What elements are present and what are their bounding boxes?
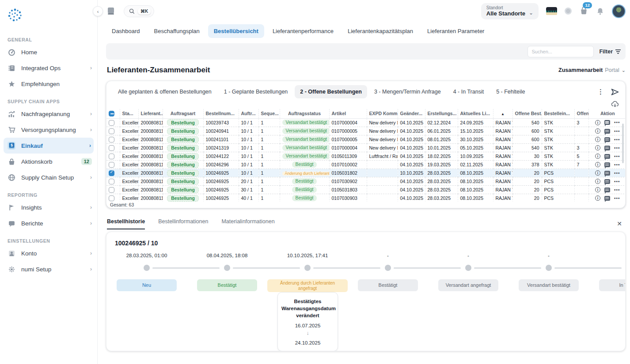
portal-selector[interactable]: Zusammenarbeit Portal ⌄ (558, 67, 626, 73)
subtab-2[interactable]: 2 - Offene Bestellungen (295, 85, 367, 98)
table-row[interactable]: Excellent200080811Bestellung10024692510 … (106, 169, 625, 177)
sidebar-item-nachfrageplanung[interactable]: Nachfrageplanung› (0, 106, 97, 122)
info-icon[interactable]: i (595, 137, 600, 142)
row-more-icon[interactable]: ••• (614, 179, 620, 184)
info-icon[interactable]: i (595, 170, 600, 176)
table-row[interactable]: Excellent200080811Bestellung10024629610 … (106, 161, 625, 169)
filter-button[interactable]: Filter (599, 49, 621, 55)
table-row[interactable]: Excellent200080811Bestellung10024692540 … (106, 194, 625, 202)
timeline-status-badge[interactable]: In Transit (599, 279, 626, 291)
row-more-icon[interactable]: ••• (614, 154, 620, 159)
column-header-sel[interactable] (106, 109, 120, 118)
timeline-status-badge[interactable]: Bestätigt (197, 279, 257, 291)
coin-icon[interactable] (565, 8, 572, 15)
column-header-status[interactable]: Sta... (120, 109, 138, 118)
row-checkbox[interactable] (109, 187, 114, 193)
column-header-auftragsart[interactable]: Auftragsart (163, 109, 203, 118)
column-header-expd[interactable]: EXPD Komm... (367, 109, 398, 118)
global-search[interactable]: ⌘K (124, 5, 154, 17)
row-checkbox[interactable] (109, 195, 114, 201)
info-icon[interactable]: i (595, 145, 600, 150)
column-header-auftragsstatus[interactable]: Auftragsstatus (280, 109, 329, 118)
column-header-einheit[interactable]: Bestellein... (542, 109, 574, 118)
tab-beschaffungsplan[interactable]: Beschaffungsplan (148, 24, 205, 38)
row-more-icon[interactable]: ••• (614, 196, 620, 201)
comment-icon[interactable] (604, 171, 610, 176)
location-selector[interactable]: Standort Alle Standorte ⌄ (481, 3, 539, 19)
comment-icon[interactable] (604, 196, 610, 201)
sidebar-item-integrated-ops[interactable]: Integrated Ops› (0, 60, 97, 76)
info-icon[interactable]: i (595, 187, 600, 192)
table-row[interactable]: Excellent200080811Bestellung10024412210 … (106, 152, 625, 161)
close-icon[interactable]: ✕ (617, 220, 625, 227)
detail-tab-bestellhistorie[interactable]: Bestellhistorie (107, 218, 145, 229)
row-checkbox[interactable] (109, 145, 114, 151)
language-flag-icon[interactable] (546, 7, 557, 15)
timeline-status-badge[interactable]: Versandart bestätigt (519, 279, 579, 291)
row-more-icon[interactable]: ••• (614, 137, 620, 142)
detail-tab-materialinformationen[interactable]: Materialinformationen (221, 218, 274, 229)
info-icon[interactable]: i (595, 120, 600, 125)
row-checkbox[interactable] (109, 137, 114, 143)
table-row[interactable]: Excellent200080811Bestellung10024131910 … (106, 144, 625, 152)
timeline-status-badge[interactable]: Versandart angefragt (438, 279, 498, 291)
tab-lieferanten-parameter[interactable]: Lieferanten Parameter (421, 24, 490, 38)
column-header-erstellung[interactable]: Erstellungs... (425, 109, 458, 118)
table-scrollbar[interactable] (622, 124, 624, 163)
timeline-status-badge[interactable]: Bestätigt (358, 279, 418, 291)
table-row[interactable]: Excellent200080811Bestellung10024692530 … (106, 186, 625, 194)
comment-icon[interactable] (604, 188, 610, 192)
row-checkbox[interactable] (109, 170, 114, 176)
subtab-4[interactable]: 4 - In Transit (448, 85, 489, 98)
table-row[interactable]: Excellent200080811Bestellung10024110110 … (106, 135, 625, 144)
sidebar-item-versorgungsplanung[interactable]: Versorgungsplanung› (0, 122, 97, 138)
action-basket-button[interactable]: 12 (579, 6, 588, 17)
column-header-offene[interactable]: Offene (574, 109, 588, 118)
sidebar-collapse-button[interactable]: ‹ (93, 6, 103, 16)
row-more-icon[interactable]: ••• (614, 120, 620, 125)
row-more-icon[interactable]: ••• (614, 188, 620, 192)
detail-tab-bestellinformationen[interactable]: Bestellinformationen (158, 218, 208, 229)
comment-icon[interactable] (604, 146, 610, 150)
row-checkbox[interactable] (109, 154, 114, 159)
cloud-download-icon[interactable] (611, 100, 619, 108)
tab-lieferantenkapazit-tsplan[interactable]: Lieferantenkapazitätsplan (342, 24, 419, 38)
column-header-benutzer[interactable]: ▲ (493, 109, 512, 118)
column-header-auftrag[interactable]: Auftr... (239, 109, 258, 118)
row-checkbox[interactable] (109, 120, 114, 126)
column-header-offene_best[interactable]: Offene Best... (512, 109, 542, 118)
notifications-bell-icon[interactable] (596, 7, 604, 15)
sidebar-item-home[interactable]: Home (0, 44, 97, 60)
sidebar-item-einkauf[interactable]: $Einkauf› (4, 138, 94, 154)
comment-icon[interactable] (604, 137, 610, 142)
comment-icon[interactable] (604, 129, 610, 134)
column-header-bestellnummer[interactable]: Bestellnum... (203, 109, 239, 118)
info-icon[interactable]: i (595, 179, 600, 184)
info-icon[interactable]: i (595, 162, 600, 167)
row-checkbox[interactable] (109, 128, 114, 134)
sort-asc-icon[interactable]: ▲ (501, 112, 505, 116)
sidebar-item-berichte[interactable]: Berichte› (0, 215, 97, 231)
search-input[interactable] (528, 46, 594, 57)
subtab-1[interactable]: 1 - Geplante Bestellungen (219, 85, 293, 98)
comment-icon[interactable] (604, 154, 610, 159)
tab-bestell-bersicht[interactable]: Bestellübersicht (208, 24, 264, 38)
column-header-aktion[interactable]: Aktion (588, 109, 626, 118)
send-icon[interactable] (611, 88, 619, 96)
row-checkbox[interactable] (109, 179, 114, 184)
sidebar-item-konto[interactable]: Konto› (0, 245, 97, 261)
comment-icon[interactable] (604, 179, 610, 184)
table-row[interactable]: Excellent200080811Bestellung10024094110 … (106, 127, 625, 135)
column-header-aktuelles[interactable]: Aktuelles Li... (458, 109, 493, 118)
tab-lieferantenperformance[interactable]: Lieferantenperformance (267, 24, 339, 38)
bookmark-icon[interactable] (106, 6, 116, 16)
user-avatar[interactable] (612, 4, 626, 18)
timeline-status-badge[interactable]: Neu (117, 279, 177, 291)
sidebar-item-aktionskorb[interactable]: Aktionskorb12 (0, 154, 97, 169)
column-header-sequenz[interactable]: Seque... (258, 109, 280, 118)
table-row[interactable]: Excellent200080811Bestellung10024692520 … (106, 177, 625, 186)
table-row[interactable]: Excellent200080811Bestellung10023974310 … (106, 119, 625, 127)
subtab-5[interactable]: 5 - Fehlteile (491, 85, 530, 98)
select-all-checkbox[interactable] (109, 111, 114, 116)
row-checkbox[interactable] (109, 162, 114, 168)
